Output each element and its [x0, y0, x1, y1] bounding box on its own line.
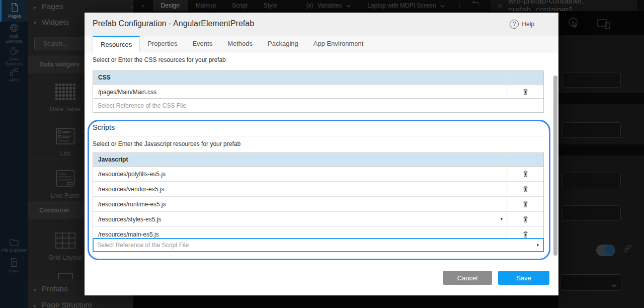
web-services-icon: [9, 23, 19, 33]
app-screen: Pages Web Services Java Services APIs Fi…: [0, 0, 644, 308]
variables-menu[interactable]: {x} Variables: [298, 0, 359, 11]
combobox-caret-icon[interactable]: ▾: [536, 243, 539, 248]
row-dropdown-caret-icon[interactable]: ▾: [500, 216, 503, 221]
toolbar-tab-markup[interactable]: Markup: [188, 0, 224, 11]
property-dropdown[interactable]: [560, 274, 621, 291]
tab-packaging[interactable]: Packaging: [260, 36, 306, 52]
properties-field[interactable]: [562, 72, 621, 88]
script-reference-combobox: ▾: [93, 238, 544, 252]
script-resource-row: /resources/polyfills-es5.js: [93, 167, 543, 182]
tab-events[interactable]: Events: [185, 36, 220, 52]
variables-icon: {x}: [306, 2, 313, 9]
css-column-header: CSS: [93, 74, 507, 81]
script-reference-input[interactable]: [94, 242, 536, 249]
script-resource-path: /resources/vendor-es5.js: [93, 186, 507, 193]
apis-icon: [10, 67, 19, 76]
panel-section-label: Widgets: [42, 18, 69, 26]
collapse-triangle-icon: ▾: [34, 16, 42, 30]
device-selector[interactable]: Laptop with MDPI Screen: [359, 0, 452, 11]
css-reference-input[interactable]: [93, 98, 544, 113]
help-label: Help: [522, 21, 534, 28]
preview-devices-icon[interactable]: [597, 19, 611, 29]
toolbar-tab-design[interactable]: Design: [153, 0, 188, 11]
properties-section-band: [558, 93, 644, 104]
tab-methods[interactable]: Methods: [220, 36, 260, 52]
inspect-element-icon[interactable]: [568, 17, 581, 30]
toolbar-collapse-icon[interactable]: «: [133, 0, 153, 11]
tab-resources[interactable]: Resources: [93, 36, 140, 52]
rail-item-web-services[interactable]: Web Services: [0, 23, 28, 43]
rail-item-label: Pages: [2, 14, 28, 19]
css-resource-path: /pages/Main/Main.css: [93, 89, 507, 96]
rail-item-apis[interactable]: APIs: [0, 67, 28, 84]
delete-script-resource-button[interactable]: [521, 214, 530, 224]
delete-css-resource-button[interactable]: [521, 87, 530, 97]
script-resource-row: /resources/styles-es5.js▾: [93, 212, 543, 227]
property-toggle[interactable]: [596, 245, 615, 256]
script-resource-row: /resources/vendor-es5.js: [93, 182, 543, 197]
chevron-down-icon: [346, 0, 351, 11]
rail-item-file-explorer[interactable]: File Explorer: [0, 239, 28, 257]
more-menu-icon[interactable]: ⋮: [453, 0, 467, 11]
properties-panel: [558, 35, 644, 308]
selection-breadcrumb[interactable]: » wm-prefab-container: prefab_container1: [491, 0, 637, 11]
logs-icon: [10, 258, 18, 267]
tab-app-environment[interactable]: App Environment: [306, 36, 371, 52]
css-resources-table: CSS /pages/Main/Main.css: [93, 70, 544, 100]
properties-field[interactable]: [562, 122, 621, 138]
tab-properties[interactable]: Properties: [140, 36, 185, 52]
device-selector-label: Laptop with MDPI Screen: [367, 2, 436, 9]
left-icon-rail: Pages Web Services Java Services APIs Fi…: [0, 0, 28, 308]
script-resource-path: /resources/styles-es5.js▾: [93, 216, 507, 223]
script-resource-path: /resources/polyfills-es5.js: [93, 171, 507, 178]
dialog-scrollbar-thumb[interactable]: [553, 75, 557, 256]
live-form-icon: [56, 170, 75, 187]
properties-field[interactable]: [562, 205, 621, 221]
trash-icon: [522, 215, 529, 223]
dialog-title: Prefab Configuration - AngularElementPre…: [93, 19, 254, 28]
css-section-description: Select or Enter the CSS resources for yo…: [93, 56, 226, 63]
dialog-tabs: Resources Properties Events Methods Pack…: [85, 36, 558, 52]
rail-item-label: Logs: [0, 268, 28, 273]
save-button[interactable]: Save: [498, 271, 549, 285]
trash-icon: [522, 200, 529, 208]
delete-script-resource-button[interactable]: [521, 169, 530, 179]
rail-item-pages[interactable]: Pages: [0, 0, 28, 22]
file-explorer-icon: [9, 239, 19, 247]
cancel-button[interactable]: Cancel: [443, 271, 492, 285]
variables-label: Variables: [317, 2, 342, 9]
toolbar-tab-script[interactable]: Script: [224, 0, 256, 11]
help-button[interactable]: ? Help: [510, 20, 534, 29]
script-resource-path: /resources/runtime-es5.js: [93, 201, 507, 208]
scripts-section-title: Scripts: [93, 123, 544, 136]
undo-icon[interactable]: [467, 0, 485, 11]
panel-section-page-structure[interactable]: ▸Page Structure: [28, 298, 139, 308]
trash-icon: [522, 88, 529, 96]
expand-triangle-icon: ▸: [34, 1, 42, 14]
prefab-configuration-dialog: Prefab Configuration - AngularElementPre…: [85, 13, 558, 295]
script-resources-table: Javascript /resources/polyfills-es5.js /…: [93, 152, 544, 242]
panel-section-label: Prefabs: [42, 284, 68, 293]
chevron-down-icon: [440, 0, 445, 11]
dialog-header: Prefab Configuration - AngularElementPre…: [85, 13, 558, 36]
pages-icon: [10, 3, 20, 13]
expand-triangle-icon: ▸: [34, 299, 42, 308]
data-table-icon: [55, 84, 75, 100]
java-services-icon: [9, 46, 19, 55]
rail-item-label: Java Services: [0, 56, 28, 66]
properties-field[interactable]: [562, 173, 621, 188]
trash-icon: [522, 170, 529, 178]
actions-column-header: [507, 71, 543, 84]
bind-link-icon[interactable]: [622, 243, 633, 255]
rail-item-logs[interactable]: Logs: [0, 258, 28, 275]
panel-section-pages[interactable]: ▸Pages «: [28, 0, 139, 13]
trash-icon: [522, 185, 529, 193]
rail-item-label: Web Services: [0, 34, 28, 44]
delete-script-resource-button[interactable]: [521, 184, 530, 194]
toolbar-tab-style[interactable]: Style: [256, 0, 285, 11]
question-circle-icon: ?: [510, 20, 519, 29]
rail-item-java-services[interactable]: Java Services: [0, 46, 28, 64]
toggle-knob: [604, 245, 615, 256]
properties-section-band: [558, 144, 644, 156]
delete-script-resource-button[interactable]: [521, 199, 530, 209]
